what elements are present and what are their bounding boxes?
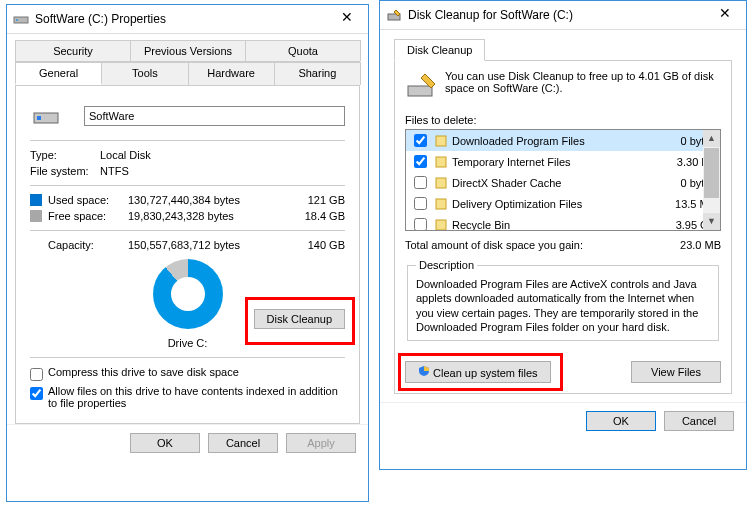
- svg-rect-10: [436, 220, 446, 230]
- type-value: Local Disk: [100, 149, 151, 161]
- tab-disk-cleanup[interactable]: Disk Cleanup: [394, 39, 485, 61]
- scroll-up[interactable]: ▲: [703, 130, 720, 147]
- tab-quota[interactable]: Quota: [245, 40, 361, 61]
- window-title: SoftWare (C:) Properties: [35, 12, 332, 26]
- view-files-button[interactable]: View Files: [631, 361, 721, 383]
- scrollbar[interactable]: ▲ ▼: [703, 130, 720, 230]
- file-list-item[interactable]: Delivery Optimization Files 13.5 MB: [406, 193, 720, 214]
- file-type-icon: [434, 155, 448, 169]
- intro-text: You can use Disk Cleanup to free up to 4…: [445, 70, 721, 104]
- file-checkbox[interactable]: [414, 134, 427, 147]
- total-value: 23.0 MB: [680, 239, 721, 251]
- dialog-buttons: OK Cancel: [380, 402, 746, 439]
- type-label: Type:: [30, 149, 100, 161]
- file-checkbox[interactable]: [414, 197, 427, 210]
- titlebar: Disk Cleanup for SoftWare (C:) ✕: [380, 1, 746, 30]
- description-legend: Description: [416, 259, 477, 271]
- fs-value: NTFS: [100, 165, 129, 177]
- file-name: Temporary Internet Files: [452, 156, 657, 168]
- allow-index-label: Allow files on this drive to have conten…: [48, 385, 345, 409]
- used-label: Used space:: [48, 194, 128, 206]
- file-list[interactable]: Downloaded Program Files 0 bytes Tempora…: [405, 129, 721, 231]
- cleanup-icon-large: [405, 70, 437, 104]
- file-checkbox[interactable]: [414, 176, 427, 189]
- free-gb: 18.4 GB: [290, 210, 345, 222]
- drive-icon-large: [30, 100, 62, 132]
- close-button[interactable]: ✕: [710, 5, 740, 25]
- svg-rect-3: [37, 116, 41, 120]
- file-list-item[interactable]: Temporary Internet Files 3.30 KB: [406, 151, 720, 172]
- free-bytes: 19,830,243,328 bytes: [128, 210, 290, 222]
- file-list-item[interactable]: Downloaded Program Files 0 bytes: [406, 130, 720, 151]
- used-bytes: 130,727,440,384 bytes: [128, 194, 290, 206]
- files-to-delete-label: Files to delete:: [405, 114, 721, 126]
- used-swatch: [30, 194, 42, 206]
- file-list-item[interactable]: Recycle Bin 3.95 GB: [406, 214, 720, 231]
- svg-rect-9: [436, 199, 446, 209]
- usage-chart: [153, 259, 223, 329]
- description-text: Downloaded Program Files are ActiveX con…: [416, 277, 710, 334]
- fs-label: File system:: [30, 165, 100, 177]
- scroll-thumb[interactable]: [704, 148, 719, 198]
- dialog-buttons: OK Cancel Apply: [7, 424, 368, 461]
- tab-sharing[interactable]: Sharing: [274, 62, 361, 85]
- tab-previous-versions[interactable]: Previous Versions: [130, 40, 246, 61]
- apply-button[interactable]: Apply: [286, 433, 356, 453]
- file-checkbox[interactable]: [414, 155, 427, 168]
- drive-icon: [13, 11, 29, 27]
- disk-cleanup-window: Disk Cleanup for SoftWare (C:) ✕ Disk Cl…: [379, 0, 747, 470]
- svg-rect-8: [436, 178, 446, 188]
- capacity-label: Capacity:: [48, 239, 128, 251]
- highlight-clean-system: [398, 353, 563, 391]
- tab-hardware[interactable]: Hardware: [188, 62, 275, 85]
- svg-rect-1: [16, 19, 18, 21]
- capacity-gb: 140 GB: [290, 239, 345, 251]
- capacity-bytes: 150,557,683,712 bytes: [128, 239, 290, 251]
- ok-button[interactable]: OK: [586, 411, 656, 431]
- used-gb: 121 GB: [290, 194, 345, 206]
- file-name: Delivery Optimization Files: [452, 198, 657, 210]
- ok-button[interactable]: OK: [130, 433, 200, 453]
- tabs-row-2: General Tools Hardware Sharing: [15, 62, 360, 86]
- cancel-button[interactable]: Cancel: [208, 433, 278, 453]
- tab-general[interactable]: General: [15, 62, 102, 85]
- compress-checkbox[interactable]: [30, 368, 43, 381]
- file-list-item[interactable]: DirectX Shader Cache 0 bytes: [406, 172, 720, 193]
- free-swatch: [30, 210, 42, 222]
- titlebar: SoftWare (C:) Properties ✕: [7, 5, 368, 34]
- file-type-icon: [434, 197, 448, 211]
- description-box: Description Downloaded Program Files are…: [407, 259, 719, 341]
- file-name: Downloaded Program Files: [452, 135, 657, 147]
- file-name: DirectX Shader Cache: [452, 177, 657, 189]
- svg-rect-5: [408, 86, 432, 96]
- drive-name-input[interactable]: [84, 106, 345, 126]
- svg-rect-6: [436, 136, 446, 146]
- tab-security[interactable]: Security: [15, 40, 131, 61]
- tab-tools[interactable]: Tools: [101, 62, 188, 85]
- tabs-row-1: Security Previous Versions Quota: [15, 40, 360, 62]
- cleanup-icon: [386, 7, 402, 23]
- svg-rect-7: [436, 157, 446, 167]
- free-label: Free space:: [48, 210, 128, 222]
- file-type-icon: [434, 134, 448, 148]
- properties-window: SoftWare (C:) Properties ✕ Security Prev…: [6, 4, 369, 502]
- disk-cleanup-button[interactable]: Disk Cleanup: [254, 309, 345, 329]
- file-type-icon: [434, 218, 448, 232]
- compress-label: Compress this drive to save disk space: [48, 366, 239, 378]
- file-type-icon: [434, 176, 448, 190]
- window-title: Disk Cleanup for SoftWare (C:): [408, 8, 710, 22]
- allow-index-checkbox[interactable]: [30, 387, 43, 400]
- scroll-down[interactable]: ▼: [703, 213, 720, 230]
- file-name: Recycle Bin: [452, 219, 657, 231]
- file-checkbox[interactable]: [414, 218, 427, 231]
- cancel-button[interactable]: Cancel: [664, 411, 734, 431]
- close-button[interactable]: ✕: [332, 9, 362, 29]
- total-label: Total amount of disk space you gain:: [405, 239, 680, 251]
